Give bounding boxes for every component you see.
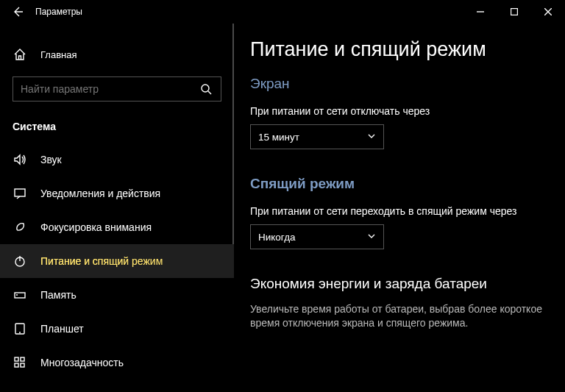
- energy-text: Увеличьте время работы от батареи, выбра…: [250, 302, 544, 330]
- search-input-wrap[interactable]: [13, 76, 221, 101]
- nav-label: Многозадачность: [40, 357, 124, 368]
- power-icon: [13, 254, 27, 268]
- sidebar-item-tablet[interactable]: Планшет: [0, 312, 234, 346]
- minimize-button[interactable]: [463, 0, 497, 24]
- minimize-icon: [477, 8, 484, 15]
- sidebar-item-multitasking[interactable]: Многозадачность: [0, 346, 234, 379]
- screen-off-label: При питании от сети отключать через: [250, 105, 549, 117]
- sidebar: Главная Система Звук Уве: [0, 24, 234, 392]
- nav-label: Звук: [40, 154, 62, 165]
- nav: Звук Уведомления и действия Фокусировка …: [0, 143, 234, 379]
- category-heading: Система: [0, 112, 234, 143]
- maximize-icon: [511, 8, 518, 15]
- screen-off-value: 15 минут: [258, 132, 299, 143]
- back-button[interactable]: [0, 0, 35, 24]
- svg-point-1: [202, 85, 209, 92]
- section-energy: Экономия энергии и заряда батареи: [250, 276, 549, 292]
- main: Главная Система Звук Уве: [0, 24, 565, 392]
- sleep-select[interactable]: Никогда: [250, 224, 384, 249]
- svg-rect-0: [511, 9, 518, 15]
- page-title: Питание и спящий режим: [250, 38, 549, 61]
- home-icon: [13, 47, 27, 62]
- sidebar-item-power[interactable]: Питание и спящий режим: [0, 244, 234, 278]
- maximize-button[interactable]: [497, 0, 531, 24]
- close-button[interactable]: [531, 0, 565, 24]
- sidebar-item-storage[interactable]: Память: [0, 278, 234, 312]
- sidebar-item-focus[interactable]: Фокусировка внимания: [0, 210, 234, 244]
- close-icon: [544, 8, 552, 15]
- content: Питание и спящий режим Экран При питании…: [234, 24, 565, 392]
- window-title: Параметры: [35, 7, 463, 17]
- svg-rect-2: [15, 189, 25, 196]
- section-sleep: Спящий режим: [250, 176, 549, 192]
- svg-rect-6: [15, 357, 18, 361]
- sound-icon: [13, 152, 27, 167]
- nav-label: Планшет: [40, 323, 84, 335]
- titlebar: Параметры: [0, 0, 565, 24]
- sleep-label: При питании от сети переходить в спящий …: [250, 205, 549, 217]
- svg-rect-8: [15, 363, 18, 367]
- nav-label: Уведомления и действия: [40, 188, 160, 199]
- screen-off-select[interactable]: 15 минут: [250, 124, 384, 149]
- nav-label: Питание и спящий режим: [40, 255, 163, 267]
- multitasking-icon: [13, 355, 27, 370]
- sidebar-item-sound[interactable]: Звук: [0, 143, 234, 177]
- svg-rect-7: [21, 357, 24, 361]
- chevron-down-icon: [367, 232, 376, 243]
- section-screen: Экран: [250, 76, 549, 92]
- notifications-icon: [13, 186, 27, 201]
- search-icon: [199, 82, 213, 96]
- sidebar-item-notifications[interactable]: Уведомления и действия: [0, 177, 234, 210]
- arrow-left-icon: [12, 6, 24, 18]
- tablet-icon: [13, 321, 27, 336]
- nav-label: Память: [40, 289, 77, 301]
- storage-icon: [13, 288, 27, 302]
- svg-rect-9: [21, 363, 24, 367]
- search-input[interactable]: [21, 83, 199, 95]
- home-label: Главная: [40, 49, 77, 60]
- sleep-value: Никогда: [258, 232, 296, 243]
- chevron-down-icon: [367, 132, 376, 143]
- nav-label: Фокусировка внимания: [40, 221, 152, 233]
- focus-icon: [13, 220, 27, 235]
- home-link[interactable]: Главная: [0, 41, 234, 68]
